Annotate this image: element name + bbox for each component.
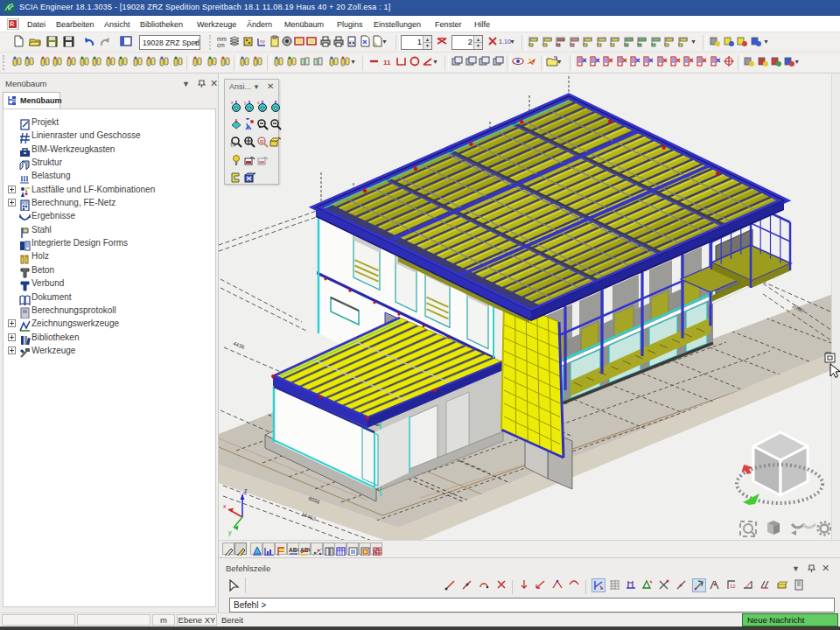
svg-text:11: 11 <box>383 59 391 66</box>
svg-text:x: x <box>223 503 227 509</box>
svg-text:4436: 4436 <box>233 340 246 350</box>
svg-text:y: y <box>244 100 247 105</box>
svg-text:ABC: ABC <box>289 547 298 553</box>
svg-text:z: z <box>244 487 248 494</box>
svg-text:y: y <box>228 529 232 536</box>
svg-text:cm: cm <box>217 42 225 47</box>
svg-text:z: z <box>231 100 234 105</box>
svg-text:mm: mm <box>217 36 227 42</box>
svg-text:ABC: ABC <box>300 547 310 553</box>
svg-text:12: 12 <box>730 584 736 589</box>
svg-text:x: x <box>257 100 260 105</box>
svg-text:xy: xy <box>260 38 265 44</box>
svg-text:1.: 1. <box>499 38 504 45</box>
svg-text:R: R <box>260 139 264 144</box>
